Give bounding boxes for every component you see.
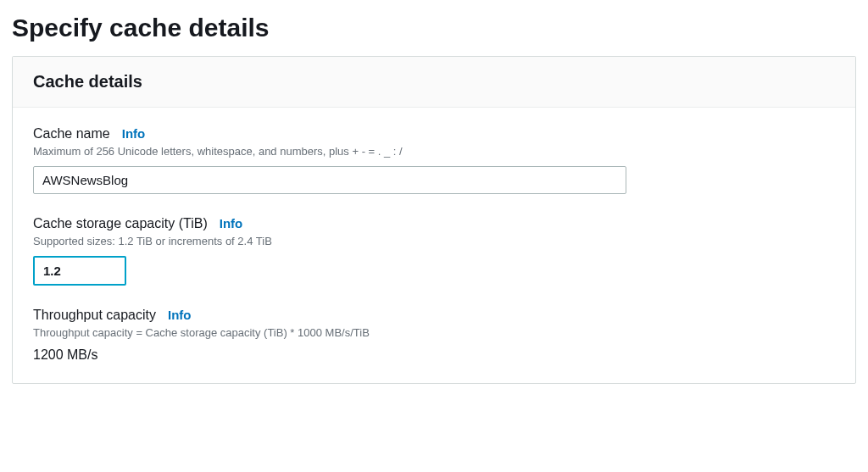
storage-capacity-info-link[interactable]: Info	[220, 216, 243, 230]
throughput-info-link[interactable]: Info	[168, 308, 192, 322]
cache-name-description: Maximum of 256 Unicode letters, whitespa…	[33, 145, 835, 158]
page-title: Specify cache details	[12, 14, 856, 42]
cache-details-panel: Cache details Cache name Info Maximum of…	[12, 56, 856, 384]
storage-capacity-input[interactable]	[33, 256, 126, 286]
throughput-description: Throughput capacity = Cache storage capa…	[33, 326, 835, 339]
cache-name-field: Cache name Info Maximum of 256 Unicode l…	[33, 126, 835, 194]
cache-name-info-link[interactable]: Info	[122, 126, 146, 141]
panel-header: Cache details	[13, 57, 855, 108]
throughput-value: 1200 MB/s	[33, 347, 835, 363]
panel-title: Cache details	[33, 72, 835, 92]
storage-capacity-description: Supported sizes: 1.2 TiB or increments o…	[33, 235, 835, 247]
storage-capacity-field: Cache storage capacity (TiB) Info Suppor…	[33, 216, 835, 286]
throughput-field: Throughput capacity Info Throughput capa…	[33, 308, 835, 363]
panel-body: Cache name Info Maximum of 256 Unicode l…	[13, 108, 855, 383]
throughput-label: Throughput capacity	[33, 308, 156, 323]
cache-name-input[interactable]	[33, 166, 626, 194]
storage-capacity-label: Cache storage capacity (TiB)	[33, 216, 208, 231]
cache-name-label: Cache name	[33, 126, 110, 142]
